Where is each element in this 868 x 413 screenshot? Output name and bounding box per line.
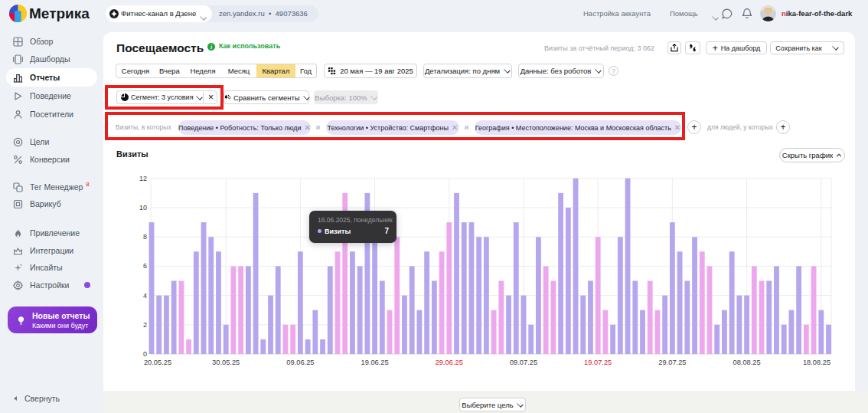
svg-text:09.06.25: 09.06.25 [286, 359, 314, 366]
svg-text:19.07.25: 19.07.25 [584, 359, 612, 366]
svg-text:29.07.25: 29.07.25 [658, 359, 686, 366]
svg-text:19.06.25: 19.06.25 [361, 359, 388, 366]
svg-text:20.05.25: 20.05.25 [144, 359, 171, 366]
svg-text:8: 8 [143, 233, 147, 241]
svg-text:18.08.25: 18.08.25 [803, 359, 830, 366]
svg-text:12: 12 [139, 175, 147, 182]
svg-text:08.08.25: 08.08.25 [733, 359, 760, 366]
svg-text:4: 4 [143, 292, 147, 300]
svg-text:10: 10 [139, 204, 147, 211]
svg-text:29.06.25: 29.06.25 [436, 359, 463, 366]
svg-text:09.07.25: 09.07.25 [510, 359, 537, 366]
svg-text:0: 0 [143, 350, 147, 358]
svg-text:6: 6 [143, 262, 147, 270]
svg-text:2: 2 [143, 321, 147, 329]
svg-text:30.05.25: 30.05.25 [212, 359, 240, 366]
